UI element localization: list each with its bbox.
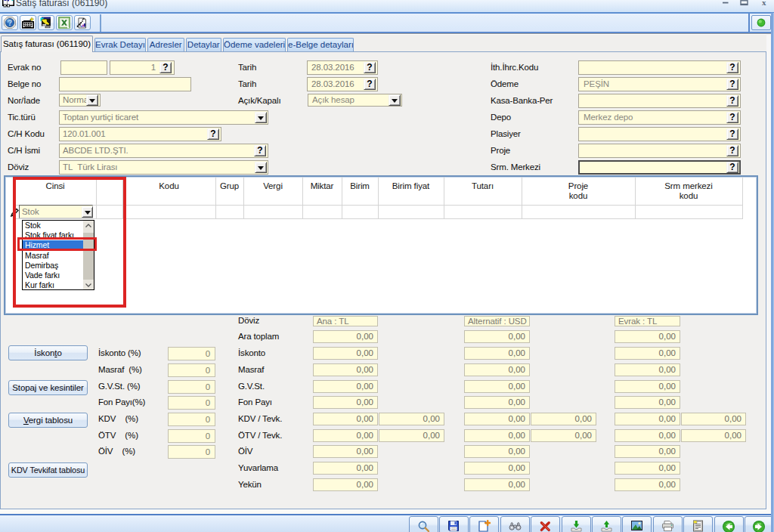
svg-text:?: ?: [8, 19, 12, 27]
